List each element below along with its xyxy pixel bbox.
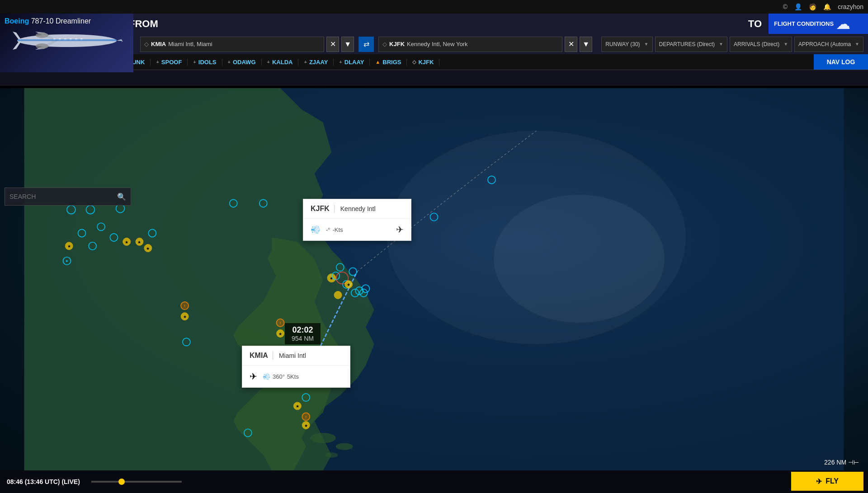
svg-point-13: [325, 452, 338, 457]
time-slider[interactable]: [91, 481, 182, 483]
kjfk-wind-dir: -°: [326, 226, 330, 233]
departures-select[interactable]: DEPARTURES (Direct) ▼: [655, 37, 727, 52]
kjfk-wind: -° -Kts: [326, 226, 343, 233]
person-icon[interactable]: 🧑: [809, 3, 816, 10]
svg-text:★: ★: [146, 246, 150, 251]
odawg-prefix: +: [228, 59, 231, 65]
svg-point-45: [334, 291, 342, 299]
bottom-bar: 08:46 (13:46 UTC) (LIVE): [0, 470, 868, 493]
kjfk-wind-speed: -Kts: [333, 226, 343, 233]
kjfk-label: KJFK: [418, 59, 434, 66]
to-section: TO: [732, 14, 769, 34]
search-icon[interactable]: 🔍: [117, 193, 126, 201]
svg-point-11: [310, 433, 336, 443]
kjfk-popup-header: KJFK Kennedy Intl: [303, 199, 411, 219]
flight-time: 02:02: [292, 325, 314, 335]
top-bar: © 👤 🧑 🔔 crazyhon: [0, 0, 868, 14]
zjaay-prefix: +: [304, 59, 307, 65]
copyright-icon: ©: [783, 3, 788, 10]
weather-cloud: ☁: [834, 13, 853, 35]
dlaay-prefix: +: [339, 59, 342, 65]
zjaay-label: ZJAAY: [309, 59, 328, 66]
svg-text:★: ★: [67, 244, 71, 249]
username-label: crazyhon: [838, 3, 863, 10]
plane-label: Boeing 787-10 Dreamliner: [5, 17, 91, 25]
kmia-wind-dir: 360°: [273, 373, 285, 380]
approach-arrow: ▼: [855, 42, 859, 47]
time-display: 08:46 (13:46 UTC) (LIVE): [7, 478, 80, 485]
airway-item-kjfk[interactable]: ◇ KJFK: [407, 59, 439, 66]
wind-icon: 💨: [311, 225, 321, 235]
svg-text:★: ★: [183, 314, 187, 319]
svg-text:!: !: [184, 303, 185, 308]
time-slider-thumb[interactable]: [118, 479, 125, 485]
search-input[interactable]: [9, 193, 113, 200]
from-airport-name: Miami Intl, Miami: [168, 41, 212, 47]
flight-info: 02:02 954 NM: [285, 323, 321, 344]
notification-icon[interactable]: 🔔: [823, 3, 831, 10]
from-dropdown-btn[interactable]: ▼: [341, 37, 354, 52]
departures-label: DEPARTURES (Direct): [659, 41, 715, 47]
kmia-popup-body: ✈ 💨 360° 5Kts: [242, 366, 350, 387]
airway-item-kalda[interactable]: + KALDA: [262, 59, 299, 66]
map-svg: ★ ✦ ★ ★ ★ ★ ★ !: [0, 88, 868, 470]
user-icon[interactable]: 👤: [794, 3, 802, 10]
map-area[interactable]: ★ ✦ ★ ★ ★ ★ ★ !: [0, 88, 868, 470]
to-airport-code: KJFK: [389, 41, 405, 47]
svg-rect-9: [17, 39, 117, 41]
approach-select[interactable]: APPROACH (Automa ▼: [794, 37, 863, 52]
from-airport-group: ◇ KMIA Miami Intl, Miami ✕ ▼: [136, 34, 359, 54]
dlaay-label: DLAAY: [344, 59, 364, 66]
fly-label: FLY: [826, 477, 839, 485]
search-box: 🔍: [5, 188, 131, 206]
airway-item-zjaay[interactable]: + ZJAAY: [298, 59, 334, 66]
spoof-label: SPOOF: [161, 59, 182, 66]
airway-item-idols[interactable]: + IDOLS: [188, 59, 222, 66]
runway-select[interactable]: RUNWAY (30) ▼: [601, 37, 652, 52]
svg-text:★: ★: [347, 282, 350, 287]
distance-label: 226 NM: [824, 459, 846, 466]
svg-text:★: ★: [125, 239, 128, 244]
airway-item-odawg[interactable]: + ODAWG: [222, 59, 262, 66]
brigs-label: BRIGS: [382, 59, 401, 66]
kjfk-prefix: ◇: [412, 59, 416, 65]
kmia-wind-speed: 5Kts: [287, 373, 299, 380]
airway-item-brigs[interactable]: ▲ BRIGS: [370, 59, 407, 66]
kmia-popup: KMIA Miami Intl ✈ 💨 360° 5Kts: [242, 346, 350, 388]
swap-airports-btn[interactable]: ⇄: [359, 37, 374, 52]
to-airport-group: ◇ KJFK Kennedy Intl, New York ✕ ▼: [374, 34, 597, 54]
from-clear-btn[interactable]: ✕: [326, 37, 339, 52]
spoof-prefix: +: [156, 59, 159, 65]
to-label: TO: [748, 18, 762, 30]
kmia-code: KMIA: [250, 352, 273, 360]
idols-prefix: +: [193, 59, 196, 65]
kjfk-code: KJFK: [311, 205, 335, 213]
svg-point-1: [36, 33, 48, 38]
navlog-button[interactable]: NAV LOG: [814, 54, 868, 70]
airway-items: + DUUNK + SPOOF + IDOLS + ODAWG + KALDA …: [113, 59, 814, 66]
flight-conditions-label: FLIGHT CONDITIONS: [774, 20, 834, 27]
airway-item-dlaay[interactable]: + DLAAY: [334, 59, 370, 66]
fly-plane-icon: ✈: [816, 477, 822, 486]
kalda-label: KALDA: [272, 59, 293, 66]
odawg-label: ODAWG: [233, 59, 256, 66]
kmia-wind-icon: 💨: [263, 373, 270, 380]
kmia-wind: 💨 360° 5Kts: [263, 373, 299, 380]
svg-text:★: ★: [138, 239, 142, 244]
from-airport-input[interactable]: ◇ KMIA Miami Intl, Miami: [140, 37, 324, 52]
to-airport-name: Kennedy Intl, New York: [407, 41, 467, 47]
kjfk-name: Kennedy Intl: [340, 205, 376, 212]
arrivals-select[interactable]: ARRIVALS (Direct) ▼: [730, 37, 792, 52]
kalda-prefix: +: [267, 59, 270, 65]
flight-distance: 954 NM: [292, 335, 314, 342]
to-dropdown-btn[interactable]: ▼: [580, 37, 592, 52]
arrivals-arrow: ▼: [783, 42, 788, 47]
fly-button[interactable]: ✈ FLY: [791, 472, 863, 491]
kmia-name: Miami Intl: [279, 352, 306, 359]
to-airport-input[interactable]: ◇ KJFK Kennedy Intl, New York: [378, 37, 562, 52]
to-diamond-icon: ◇: [382, 41, 387, 47]
airway-item-spoof[interactable]: + SPOOF: [151, 59, 188, 66]
svg-text:!: !: [305, 414, 307, 419]
landing-icon: ✈: [396, 224, 404, 235]
to-clear-btn[interactable]: ✕: [565, 37, 577, 52]
